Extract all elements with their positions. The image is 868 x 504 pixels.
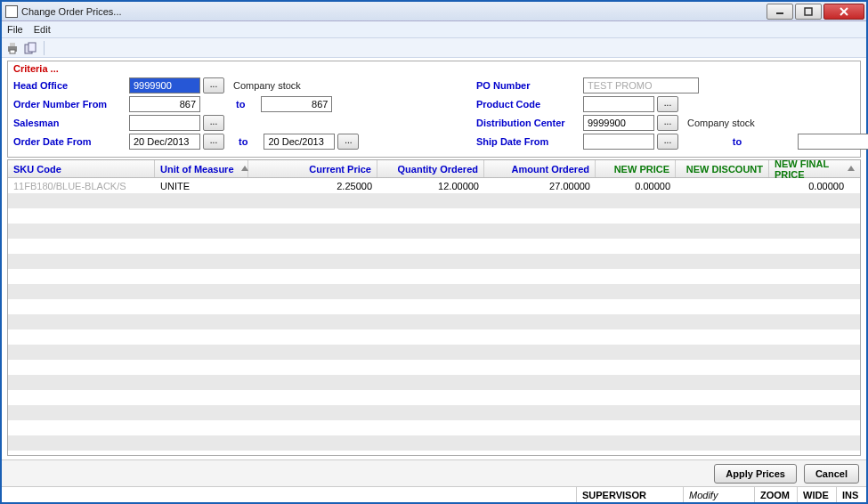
apply-prices-button[interactable]: Apply Prices	[714, 464, 797, 484]
order-date-to-input[interactable]	[264, 134, 335, 150]
product-code-lookup-button[interactable]: ...	[657, 96, 678, 112]
cell-new-final-price[interactable]: 0.00000	[769, 181, 860, 191]
cell-current-price: 2.25000	[248, 181, 377, 191]
table-row	[8, 405, 860, 420]
status-zoom[interactable]: ZOOM	[754, 487, 797, 502]
table-row	[8, 435, 860, 451]
label-ship-date-from: Ship Date From	[476, 136, 583, 147]
menubar: File Edit	[2, 21, 866, 38]
bottom-bar: Apply Prices Cancel	[2, 459, 866, 486]
dist-center-desc: Company stock	[687, 118, 755, 128]
print-icon[interactable]	[5, 41, 20, 55]
product-code-input[interactable]	[583, 96, 654, 112]
cancel-button[interactable]: Cancel	[804, 464, 859, 484]
label-salesman: Salesman	[13, 118, 129, 128]
close-button[interactable]	[823, 4, 864, 20]
ship-date-to-input[interactable]	[798, 134, 868, 150]
toolbar-separator	[44, 41, 45, 55]
criteria-title: Criteria ...	[13, 63, 855, 74]
svg-marker-9	[241, 166, 248, 171]
table-row	[8, 451, 860, 455]
table-row	[8, 329, 860, 345]
sort-arrow-icon	[241, 164, 250, 173]
criteria-panel: Criteria ... Head Office ... Company sto…	[7, 61, 861, 158]
col-current-price[interactable]: Current Price	[248, 160, 377, 177]
label-po-number: PO Number	[476, 80, 583, 91]
head-office-desc: Company stock	[233, 80, 301, 91]
app-window: Change Order Prices... File Edit Criteri	[0, 0, 868, 504]
head-office-input[interactable]	[129, 77, 200, 93]
table-row	[8, 375, 860, 390]
grid-body[interactable]: 11FB180/BLUE-BLACK/S UNITE 2.25000 12.00…	[8, 178, 860, 455]
label-order-date-from: Order Date From	[13, 136, 129, 147]
col-sku-code[interactable]: SKU Code	[8, 160, 155, 177]
toolbar	[2, 38, 866, 58]
menu-file[interactable]: File	[7, 24, 23, 35]
svg-rect-8	[28, 43, 36, 52]
close-icon	[839, 6, 849, 17]
table-row	[8, 208, 860, 224]
order-number-from-input[interactable]	[129, 96, 200, 112]
order-number-to-input[interactable]	[261, 96, 332, 112]
ship-date-from-picker-button[interactable]: ...	[657, 134, 678, 150]
head-office-lookup-button[interactable]: ...	[203, 77, 224, 93]
label-ship-date-to: to	[684, 136, 791, 147]
cell-new-price[interactable]: 0.00000	[596, 181, 676, 191]
svg-rect-5	[10, 43, 15, 46]
grid-header: SKU Code Unit of Measure Current Price Q…	[8, 160, 860, 178]
cell-qty-ordered: 12.00000	[377, 181, 484, 191]
table-row	[8, 314, 860, 329]
dist-center-lookup-button[interactable]: ...	[657, 115, 678, 131]
table-row[interactable]: 11FB180/BLUE-BLACK/S UNITE 2.25000 12.00…	[8, 178, 860, 193]
label-order-number-to: to	[227, 99, 254, 110]
table-row	[8, 420, 860, 435]
order-date-from-input[interactable]	[129, 134, 200, 150]
salesman-lookup-button[interactable]: ...	[203, 115, 224, 131]
sort-arrow-icon	[848, 164, 856, 173]
label-product-code: Product Code	[476, 99, 583, 110]
titlebar: Change Order Prices...	[2, 2, 866, 21]
statusbar: SUPERVISOR Modify ZOOM WIDE INS	[2, 486, 866, 502]
cell-sku: 11FB180/BLUE-BLACK/S	[8, 181, 155, 191]
table-row	[8, 254, 860, 269]
status-wide[interactable]: WIDE	[797, 487, 836, 502]
salesman-input[interactable]	[129, 115, 200, 131]
minimize-icon	[775, 7, 784, 16]
status-user: SUPERVISOR	[576, 487, 683, 502]
table-row	[8, 360, 860, 375]
col-new-discount[interactable]: NEW DISCOUNT	[676, 160, 769, 177]
cell-uom: UNITE	[155, 181, 248, 191]
table-row	[8, 299, 860, 314]
minimize-button[interactable]	[767, 4, 793, 20]
export-icon[interactable]	[23, 41, 37, 55]
label-order-date-to: to	[230, 136, 256, 147]
col-new-final-price[interactable]: NEW FINAL PRICE	[769, 160, 860, 177]
col-qty-ordered[interactable]: Quantity Ordered	[377, 160, 484, 177]
svg-rect-1	[805, 8, 812, 15]
window-controls	[765, 4, 864, 20]
svg-marker-10	[848, 166, 855, 171]
label-order-number-from: Order Number From	[13, 99, 129, 110]
maximize-button[interactable]	[795, 4, 822, 20]
order-date-from-picker-button[interactable]: ...	[203, 134, 224, 150]
table-row	[8, 284, 860, 299]
cell-amt-ordered: 27.00000	[484, 181, 596, 191]
maximize-icon	[804, 7, 813, 16]
col-amt-ordered[interactable]: Amount Ordered	[484, 160, 596, 177]
col-new-price[interactable]: NEW PRICE	[596, 160, 676, 177]
table-row	[8, 193, 860, 208]
table-row	[8, 239, 860, 254]
ship-date-from-input[interactable]	[583, 134, 654, 150]
table-row	[8, 345, 860, 360]
menu-edit[interactable]: Edit	[34, 24, 51, 35]
label-head-office: Head Office	[13, 80, 129, 91]
label-dist-center: Distribution Center	[476, 118, 583, 128]
table-row	[8, 224, 860, 239]
status-ins[interactable]: INS	[836, 487, 866, 502]
order-date-to-picker-button[interactable]: ...	[337, 134, 359, 150]
dist-center-input[interactable]	[583, 115, 654, 131]
window-title: Change Order Prices...	[21, 6, 765, 17]
svg-rect-6	[10, 50, 15, 53]
col-uom[interactable]: Unit of Measure	[155, 160, 248, 177]
po-number-input[interactable]	[583, 77, 699, 93]
